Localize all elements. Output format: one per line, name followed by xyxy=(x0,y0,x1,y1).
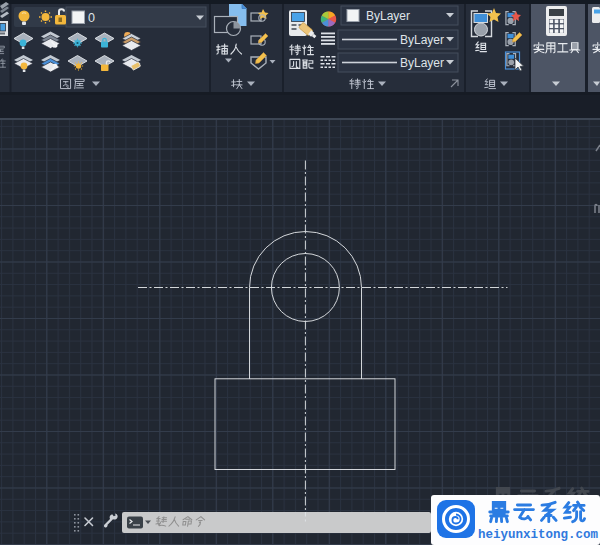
svg-text:0: 0 xyxy=(88,11,95,25)
svg-text:ByLayer: ByLayer xyxy=(400,56,444,70)
svg-text:ByLayer: ByLayer xyxy=(400,33,444,47)
svg-text:ByLayer: ByLayer xyxy=(366,9,410,23)
svg-text:heiyunxitong.com: heiyunxitong.com xyxy=(478,528,599,542)
